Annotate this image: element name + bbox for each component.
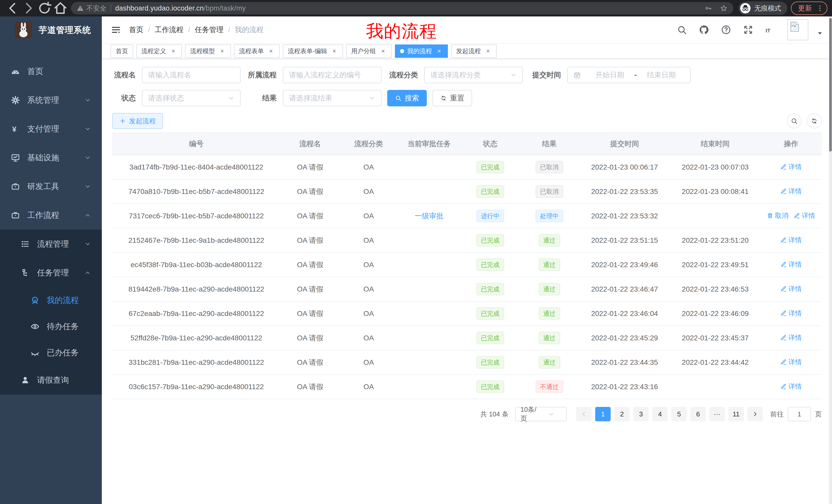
avatar-caret-icon[interactable] (816, 23, 823, 36)
column-header: 编号 (112, 133, 281, 155)
browser-home-icon[interactable] (52, 2, 69, 15)
sidebar-item-task-mgmt[interactable]: 任务管理 (0, 258, 102, 287)
page-button-4[interactable]: 4 (652, 407, 668, 421)
status-select-input[interactable] (148, 94, 226, 102)
hamburger-icon[interactable] (110, 24, 121, 35)
tag-流程模型[interactable]: 流程模型× (185, 45, 231, 58)
cell-current-task (397, 179, 461, 204)
close-icon[interactable]: × (485, 48, 492, 55)
browser-menu-icon[interactable] (816, 4, 824, 12)
cell-current-task (397, 253, 461, 277)
detail-link[interactable]: 详情 (780, 284, 802, 293)
detail-link[interactable]: 详情 (780, 382, 802, 391)
bookmark-star-icon[interactable] (720, 4, 728, 12)
sidebar-item-workflow[interactable]: 工作流程 (0, 201, 102, 230)
search-icon[interactable] (677, 25, 687, 35)
sidebar-item-devtools[interactable]: 研发工具 (0, 172, 102, 201)
process-name-input[interactable] (148, 71, 234, 79)
reset-button[interactable]: 重置 (433, 90, 472, 106)
page-button-6[interactable]: 6 (690, 407, 706, 421)
current-task-link[interactable]: 一级审批 (415, 212, 443, 220)
prev-page-button[interactable] (576, 407, 592, 421)
tag-流程定义[interactable]: 流程定义× (136, 45, 182, 58)
detail-link[interactable]: 详情 (780, 187, 802, 196)
logo-row[interactable]: 芋道管理系统 (0, 17, 102, 44)
create-process-button[interactable]: 发起流程 (112, 113, 163, 129)
detail-link[interactable]: 详情 (780, 358, 802, 367)
browser-reload-icon[interactable] (36, 2, 52, 15)
scrollbar-thumb[interactable] (829, 18, 832, 151)
next-page-button[interactable] (747, 407, 763, 421)
detail-link[interactable]: 详情 (780, 333, 802, 342)
font-size-icon[interactable]: tT (765, 25, 775, 35)
tag-我的流程[interactable]: 我的流程× (395, 45, 448, 58)
table-row: 03c6c157-7b9a-11ec-a290-acde48001122OA 请… (112, 374, 822, 399)
detail-link[interactable]: 详情 (794, 211, 815, 220)
sidebar-item-infra[interactable]: 基础设施 (0, 143, 102, 172)
close-icon[interactable]: × (267, 48, 275, 55)
avatar[interactable] (787, 19, 808, 40)
refresh-icon (440, 95, 447, 102)
url-bar[interactable]: 不安全 dashboard.yudao.iocoder.cn/bpm/task/… (71, 2, 733, 15)
result-select-input[interactable] (289, 94, 367, 102)
page-button-2[interactable]: 2 (614, 407, 630, 421)
scrollbar[interactable] (829, 17, 832, 504)
sidebar-submenu: 流程管理任务管理我的流程待办任务已办任务请假查询 (0, 230, 102, 395)
close-icon[interactable]: × (218, 48, 226, 55)
close-icon[interactable]: × (380, 48, 387, 55)
sidebar-item-todo-task[interactable]: 待办任务 (0, 313, 102, 340)
page-ellipsis[interactable]: ··· (709, 407, 725, 421)
category-select-input[interactable] (431, 71, 508, 79)
toggle-search-button[interactable] (787, 114, 802, 129)
detail-link[interactable]: 详情 (780, 235, 802, 245)
tag-用户分组[interactable]: 用户分组× (346, 45, 392, 58)
dashboard-icon (11, 67, 20, 76)
breadcrumb-item[interactable]: 任务管理 (195, 25, 224, 35)
table-body: 3ad174fb-7b9d-11ec-8404-acde48001122OA 请… (112, 155, 822, 399)
page-button-11[interactable]: 11 (728, 407, 744, 421)
fullscreen-icon[interactable] (743, 25, 753, 35)
date-end-placeholder[interactable]: 结束日期 (639, 70, 684, 80)
sidebar-item-my-process[interactable]: 我的流程 (0, 287, 102, 313)
breadcrumb-item[interactable]: 工作流程 (155, 25, 184, 35)
page-button-1[interactable]: 1 (595, 407, 610, 421)
password-key-icon[interactable] (704, 4, 712, 12)
close-icon[interactable]: × (331, 48, 338, 55)
page-button-5[interactable]: 5 (671, 407, 687, 421)
detail-link[interactable]: 详情 (780, 162, 802, 171)
sidebar-item-done-task[interactable]: 已办任务 (0, 340, 102, 366)
sidebar-item-process-mgmt[interactable]: 流程管理 (0, 230, 102, 258)
close-icon[interactable]: × (170, 48, 177, 55)
tag-发起流程[interactable]: 发起流程× (451, 45, 497, 58)
tag-首页[interactable]: 首页 (110, 45, 133, 58)
sidebar-item-leave-query[interactable]: 请假查询 (0, 366, 102, 395)
help-icon[interactable] (721, 25, 731, 35)
date-range-picker[interactable]: 开始日期 - 结束日期 (567, 67, 691, 83)
browser-update-button[interactable]: 更新 (791, 2, 827, 15)
category-select[interactable] (424, 67, 523, 83)
page-size-select[interactable]: 10条/页 (515, 407, 567, 421)
github-icon[interactable] (699, 25, 709, 35)
refresh-table-button[interactable] (807, 114, 822, 129)
cancel-link[interactable]: 取消 (767, 211, 788, 220)
result-select[interactable] (283, 90, 382, 106)
tag-流程表单[interactable]: 流程表单× (234, 45, 280, 58)
detail-link[interactable]: 详情 (780, 260, 802, 269)
security-indicator[interactable]: 不安全 (77, 4, 106, 13)
browser-back-icon[interactable] (5, 2, 21, 15)
detail-link[interactable]: 详情 (780, 309, 802, 318)
sidebar-item-home[interactable]: 首页 (0, 57, 102, 86)
sidebar-item-payment[interactable]: ¥支付管理 (0, 115, 102, 143)
owner-process-input[interactable] (289, 71, 375, 79)
goto-page-input[interactable] (788, 407, 811, 421)
browser-forward-icon[interactable] (21, 2, 36, 15)
result-badge: 通过 (539, 307, 560, 320)
close-icon[interactable]: × (436, 48, 443, 55)
tag-流程表单-编辑[interactable]: 流程表单-编辑× (283, 45, 343, 58)
breadcrumb-item[interactable]: 首页 (129, 25, 144, 35)
date-start-placeholder[interactable]: 开始日期 (587, 70, 633, 80)
page-button-3[interactable]: 3 (633, 407, 649, 421)
status-select[interactable] (142, 90, 241, 106)
search-button[interactable]: 搜索 (387, 90, 427, 106)
sidebar-item-system[interactable]: 系统管理 (0, 86, 102, 115)
